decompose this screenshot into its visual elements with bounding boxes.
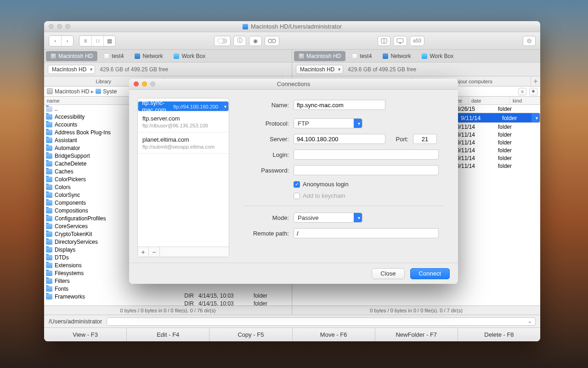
folder-icon xyxy=(46,138,52,143)
svg-point-1 xyxy=(218,39,223,43)
view-columns-button[interactable]: ∷ xyxy=(91,36,103,46)
tab-macintosh-hd[interactable]: Macintosh HD xyxy=(294,51,345,61)
svg-point-2 xyxy=(268,39,272,43)
table-row[interactable]: DIR4/14/15, 10:03folder xyxy=(173,293,290,299)
minimize-icon[interactable] xyxy=(57,24,62,29)
monitor-icon xyxy=(396,38,404,44)
dialog-title: Connections xyxy=(277,80,310,87)
folder-icon xyxy=(46,177,52,182)
download-button[interactable] xyxy=(523,36,536,46)
close-button[interactable]: Close xyxy=(372,268,404,279)
table-row[interactable]: DIR4/14/15, 10:03folder xyxy=(173,300,290,305)
label-keychain: Add to keychain xyxy=(303,192,345,199)
folder-icon xyxy=(46,255,52,260)
folder-icon xyxy=(46,231,52,237)
svg-rect-6 xyxy=(397,39,403,42)
traffic-lights xyxy=(49,24,70,29)
col-date[interactable]: date xyxy=(469,97,510,104)
protocol-select[interactable]: FTP xyxy=(294,118,362,128)
folder-icon xyxy=(46,224,52,229)
fn-newfolder[interactable]: NewFolder - F7 xyxy=(375,328,458,341)
window-title: Macintosh HD/Users/administrator xyxy=(243,23,342,30)
tab-network[interactable]: Network xyxy=(130,51,167,61)
fn-edit[interactable]: Edit - F4 xyxy=(127,328,209,341)
forward-button[interactable]: › xyxy=(61,36,73,46)
dialog-footer: Close Connect xyxy=(129,263,458,284)
close-icon[interactable] xyxy=(49,24,54,29)
tabhead-right-add[interactable]: + xyxy=(531,76,540,86)
s3-button[interactable]: aS3 xyxy=(410,36,424,46)
tab-network[interactable]: Network xyxy=(378,51,415,61)
folder-icon xyxy=(46,270,52,276)
toggle-button[interactable] xyxy=(214,36,231,46)
svg-point-3 xyxy=(272,39,276,43)
list-item[interactable]: Fonts xyxy=(44,285,292,293)
drive-dropdown-right[interactable]: Macintosh HD xyxy=(296,65,343,74)
tab-test4[interactable]: test4 xyxy=(347,51,376,61)
search-button[interactable] xyxy=(265,36,279,46)
disk-icon xyxy=(243,24,248,29)
folder-icon xyxy=(46,200,52,206)
fn-move[interactable]: Move - F6 xyxy=(293,328,375,341)
tab-test4[interactable]: test4 xyxy=(99,51,128,61)
function-bar: View - F3Edit - F4Copy - F5Move - F6NewF… xyxy=(44,328,540,341)
view-list-button[interactable]: ≡ xyxy=(79,36,91,46)
fn-view[interactable]: View - F3 xyxy=(44,328,127,341)
fn-copy[interactable]: Copy - F5 xyxy=(209,328,292,341)
tabbar: Macintosh HDtest4NetworkWork Box Macinto… xyxy=(44,50,540,63)
path-field[interactable] xyxy=(107,317,536,326)
hd-icon xyxy=(47,88,53,94)
back-button[interactable]: ‹ xyxy=(49,36,61,46)
fn-delete[interactable]: Delete - F8 xyxy=(458,328,540,341)
zoom-icon[interactable] xyxy=(65,24,70,29)
view-grid-button[interactable]: ▦ xyxy=(103,36,115,46)
add-connection-button[interactable]: + xyxy=(138,247,149,257)
titlebar: Macintosh HD/Users/administrator xyxy=(44,21,540,32)
dialog-minimize-icon[interactable] xyxy=(142,81,147,86)
connection-item[interactable]: ftp.server.comftp://dbuser@96.136.253.10… xyxy=(138,111,229,132)
info-button[interactable]: ⓘ xyxy=(233,36,246,46)
connections-list: ftp.sync-mac.comftp://94.100.180.200ftp.… xyxy=(137,98,229,257)
tabbar-right: Macintosh HDtest4NetworkWork Box xyxy=(292,50,540,62)
ti-net-icon xyxy=(383,53,388,59)
tab-work-box[interactable]: Work Box xyxy=(417,51,458,61)
folder-icon xyxy=(46,114,52,120)
connect-button[interactable]: Connect xyxy=(410,268,450,279)
ti-fold-icon xyxy=(352,53,357,59)
tab-work-box[interactable]: Work Box xyxy=(169,51,210,61)
remove-connection-button[interactable]: − xyxy=(149,247,160,257)
password-input[interactable] xyxy=(294,165,439,175)
path-label: /Users/administrator xyxy=(49,318,102,325)
dialog-close-icon[interactable] xyxy=(134,81,139,86)
login-input[interactable] xyxy=(294,150,439,160)
quicklook-button[interactable]: ◉ xyxy=(249,36,262,46)
label-server: Server: xyxy=(243,136,289,143)
port-input[interactable] xyxy=(413,134,437,144)
dialog-zoom-icon xyxy=(150,81,155,86)
path-bar: /Users/administrator xyxy=(44,315,540,328)
connection-item[interactable]: planet.eltima.comftp://submit@seoapp.elt… xyxy=(138,132,229,154)
tab-macintosh-hd[interactable]: Macintosh HD xyxy=(46,51,97,61)
ti-box-icon xyxy=(174,53,179,59)
archive-button[interactable] xyxy=(378,36,390,46)
view-mini-star[interactable]: ★ xyxy=(529,88,537,95)
label-remote: Remote path: xyxy=(243,230,289,237)
mode-select[interactable]: Passive xyxy=(294,213,362,223)
remote-path-input[interactable] xyxy=(294,228,439,238)
anonymous-checkbox[interactable]: ✓ xyxy=(294,181,300,188)
ti-fold-icon xyxy=(104,53,109,59)
folder-icon xyxy=(46,169,52,174)
folder-icon xyxy=(46,278,52,284)
server-input[interactable] xyxy=(294,134,385,144)
view-mini-list[interactable]: ≡ xyxy=(518,88,526,95)
folder-icon xyxy=(46,153,52,159)
connection-item[interactable]: ftp.sync-mac.comftp://94.100.180.200 xyxy=(138,101,229,111)
location-right: Macintosh HD 429.6 GB of 499.25 GB free xyxy=(292,63,540,76)
display-button[interactable] xyxy=(393,36,407,46)
col-kind[interactable]: kind xyxy=(510,97,540,104)
folder-icon xyxy=(46,247,52,253)
name-input[interactable] xyxy=(294,100,385,110)
drive-dropdown-left[interactable]: Macintosh HD xyxy=(48,65,95,74)
status-right: 0 bytes / 0 bytes in 0 / 0 file(s). 0 / … xyxy=(292,306,540,315)
keychain-checkbox[interactable] xyxy=(294,193,300,199)
